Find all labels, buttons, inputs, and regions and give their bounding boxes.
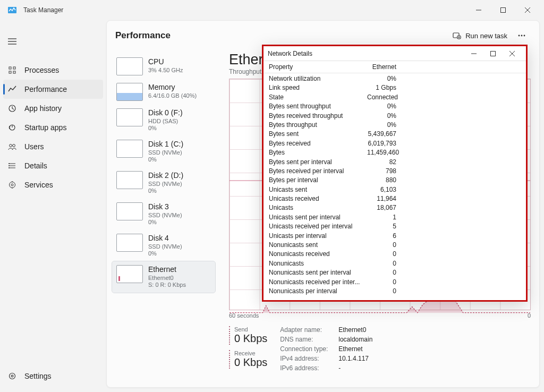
svg-rect-8: [9, 67, 11, 69]
detail-property: Unicasts received per interval: [269, 222, 367, 231]
svg-point-16: [13, 144, 15, 147]
sidebar-item-details[interactable]: Details: [0, 156, 106, 175]
svg-point-35: [524, 35, 525, 37]
nav-label: Users: [24, 142, 44, 151]
sidebar-item-startup[interactable]: Startup apps: [0, 118, 106, 137]
network-detail-row[interactable]: Unicasts sent per interval1: [269, 213, 521, 222]
dialog-close-button[interactable]: [503, 47, 522, 61]
titlebar: Task Manager: [0, 0, 544, 20]
sidebar-item-users[interactable]: Users: [0, 137, 106, 156]
network-detail-row[interactable]: Nonunicasts sent per interval0: [269, 268, 521, 277]
perf-thumb: [116, 57, 143, 75]
detail-value: 0%: [367, 112, 396, 121]
network-detail-row[interactable]: Bytes received per interval798: [269, 167, 521, 176]
performance-icon: [7, 84, 17, 94]
perf-thumb: [116, 171, 143, 189]
sidebar-item-processes[interactable]: Processes: [0, 61, 106, 80]
minimize-button[interactable]: [466, 2, 491, 19]
hamburger-button[interactable]: [1, 32, 23, 51]
sidebar-item-settings[interactable]: Settings: [0, 367, 106, 386]
perf-thumb: [116, 265, 143, 283]
perf-item-ethernet[interactable]: EthernetEthernet0S: 0 R: 0 Kbps: [112, 261, 215, 293]
xaxis-left: 60 seconds: [229, 312, 259, 319]
sidebar-item-services[interactable]: Services: [0, 175, 106, 194]
sidebar-item-history[interactable]: App history: [0, 99, 106, 118]
network-detail-row[interactable]: Bytes sent per interval82: [269, 158, 521, 167]
perf-thumb: [116, 83, 143, 101]
network-detail-row[interactable]: Bytes received6,019,793: [269, 139, 521, 148]
network-detail-row[interactable]: Bytes11,459,460: [269, 148, 521, 157]
detail-value: 0%: [367, 102, 396, 111]
perf-thumb: [116, 108, 143, 126]
kv-value: 10.1.4.117: [338, 355, 372, 362]
network-detail-row[interactable]: Nonunicasts received0: [269, 250, 521, 259]
network-detail-row[interactable]: Link speed1 Gbps: [269, 83, 521, 92]
detail-property: Bytes sent per interval: [269, 158, 367, 167]
network-detail-row[interactable]: Bytes per interval880: [269, 176, 521, 185]
detail-property: Unicasts received: [269, 194, 367, 203]
kv-value: Ethernet0: [338, 326, 372, 334]
dialog-minimize-button[interactable]: [464, 47, 483, 61]
detail-value: 5,439,667: [367, 130, 396, 139]
nav-label: Processes: [24, 66, 59, 74]
network-details-dialog: Network Details Property Ethernet Networ…: [262, 45, 528, 302]
app-icon: [7, 5, 17, 15]
run-new-task-button[interactable]: Run new task: [447, 28, 513, 43]
run-task-icon: [453, 31, 461, 40]
network-detail-row[interactable]: Network utilization0%: [269, 74, 521, 83]
network-detail-row[interactable]: StateConnected: [269, 93, 521, 102]
detail-value: 5: [367, 222, 396, 231]
more-options-button[interactable]: [513, 27, 531, 44]
receive-label: Receive: [234, 350, 267, 356]
maximize-button[interactable]: [491, 2, 515, 19]
detail-property: Unicasts sent per interval: [269, 213, 367, 222]
perf-item-disk-3[interactable]: Disk 3SSD (NVMe)0%: [112, 199, 215, 230]
detail-value: 6: [367, 232, 396, 241]
dialog-titlebar[interactable]: Network Details: [264, 46, 526, 61]
network-detail-row[interactable]: Unicasts sent6,103: [269, 185, 521, 194]
svg-point-33: [518, 35, 520, 37]
svg-point-22: [8, 167, 10, 168]
detail-property: Bytes: [269, 148, 367, 157]
kv-value: -: [338, 364, 372, 372]
perf-item-memory[interactable]: Memory6.4/16.0 GB (40%): [112, 79, 215, 105]
perf-item-disk-4[interactable]: Disk 4SSD (NVMe)0%: [112, 230, 215, 261]
users-icon: [7, 142, 17, 151]
network-detail-row[interactable]: Bytes throughput0%: [269, 121, 521, 130]
network-detail-row[interactable]: Nonunicasts per interval0: [269, 287, 521, 296]
detail-value: 0: [367, 241, 396, 250]
network-detail-row[interactable]: Bytes received throughput0%: [269, 112, 521, 121]
network-detail-row[interactable]: Nonunicasts received per inter...0: [269, 278, 521, 287]
detail-property: Nonunicasts received per inter...: [269, 278, 367, 287]
dialog-maximize-button[interactable]: [483, 47, 503, 61]
adapter-details: Adapter name:Ethernet0DNS name:localdoma…: [280, 326, 372, 372]
close-button[interactable]: [515, 2, 540, 19]
detail-property: Bytes sent: [269, 130, 367, 139]
perf-name: CPU: [148, 57, 183, 67]
detail-property: Network utilization: [269, 74, 367, 83]
kv-key: Adapter name:: [280, 326, 338, 334]
processes-icon: [7, 65, 17, 75]
network-detail-row[interactable]: Bytes sent5,439,667: [269, 130, 521, 139]
dialog-columns-header[interactable]: Property Ethernet: [264, 61, 526, 73]
svg-rect-10: [13, 67, 15, 69]
detail-property: State: [269, 93, 367, 102]
detail-property: Nonunicasts received: [269, 250, 367, 259]
detail-property: Unicasts per interval: [269, 232, 367, 241]
dialog-rows: Network utilization0%Link speed1 GbpsSta…: [264, 73, 526, 300]
network-detail-row[interactable]: Unicasts per interval6: [269, 232, 521, 241]
detail-property: Bytes sent throughput: [269, 102, 367, 111]
perf-item-cpu[interactable]: CPU3% 4.50 GHz: [112, 54, 215, 79]
network-detail-row[interactable]: Unicasts18,067: [269, 203, 521, 212]
network-detail-row[interactable]: Unicasts received11,964: [269, 194, 521, 203]
sidebar-item-performance[interactable]: Performance: [3, 80, 103, 99]
network-detail-row[interactable]: Bytes sent throughput0%: [269, 102, 521, 111]
kv-key: IPv4 address:: [280, 355, 338, 362]
perf-item-disk-2-d-[interactable]: Disk 2 (D:)SSD (NVMe)0%: [112, 167, 215, 199]
network-detail-row[interactable]: Nonunicasts sent0: [269, 241, 521, 250]
sidebar: ProcessesPerformanceApp historyStartup a…: [0, 20, 106, 392]
perf-item-disk-1-c-[interactable]: Disk 1 (C:)SSD (NVMe)0%: [112, 136, 215, 167]
network-detail-row[interactable]: Unicasts received per interval5: [269, 222, 521, 231]
network-detail-row[interactable]: Nonunicasts0: [269, 259, 521, 268]
perf-item-disk-0-f-[interactable]: Disk 0 (F:)HDD (SAS)0%: [112, 105, 215, 136]
